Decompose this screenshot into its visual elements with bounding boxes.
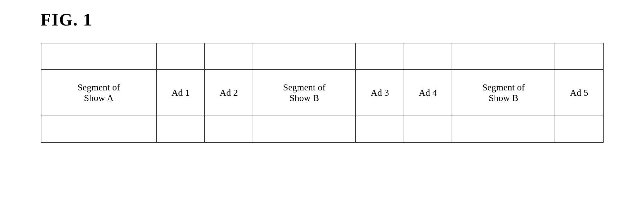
diagram-container: FIG. 1 Segment of Show A Ad [41, 10, 604, 143]
bottom-cell-4 [253, 116, 356, 142]
cell-ad5: Ad 5 [555, 70, 603, 116]
bottom-cell-8 [555, 116, 603, 142]
top-cell-1 [41, 43, 157, 70]
segment-b1-line2: Show B [289, 93, 319, 103]
top-cell-6 [404, 43, 452, 70]
ad2-label: Ad 2 [220, 87, 238, 98]
bottom-cell-5 [356, 116, 404, 142]
segment-b2-line2: Show B [489, 93, 518, 103]
table-row-middle: Segment of Show A Ad 1 Ad 2 Segment of S… [41, 70, 603, 116]
figure-title: FIG. 1 [41, 10, 604, 29]
bottom-cell-6 [404, 116, 452, 142]
bottom-cell-1 [41, 116, 157, 142]
timeline-table: Segment of Show A Ad 1 Ad 2 Segment of S… [41, 43, 604, 143]
ad3-label: Ad 3 [371, 87, 389, 98]
cell-ad3: Ad 3 [356, 70, 404, 116]
bottom-cell-2 [157, 116, 205, 142]
top-cell-7 [452, 43, 555, 70]
table-row-bottom [41, 116, 603, 142]
ad4-label: Ad 4 [419, 87, 437, 98]
bottom-cell-3 [205, 116, 253, 142]
cell-segment-a: Segment of Show A [41, 70, 157, 116]
bottom-cell-7 [452, 116, 555, 142]
top-cell-8 [555, 43, 603, 70]
top-cell-3 [205, 43, 253, 70]
segment-b2-line1: Segment of [482, 82, 524, 92]
ad5-label: Ad 5 [570, 87, 588, 98]
ad1-label: Ad 1 [172, 87, 190, 98]
segment-a-line2: Show A [84, 93, 113, 103]
cell-ad4: Ad 4 [404, 70, 452, 116]
cell-segment-b1: Segment of Show B [253, 70, 356, 116]
cell-ad1: Ad 1 [157, 70, 205, 116]
cell-ad2: Ad 2 [205, 70, 253, 116]
top-cell-4 [253, 43, 356, 70]
top-cell-5 [356, 43, 404, 70]
segment-a-line1: Segment of [77, 82, 120, 92]
segment-b1-line1: Segment of [283, 82, 325, 92]
cell-segment-b2: Segment of Show B [452, 70, 555, 116]
table-row-top [41, 43, 603, 70]
top-cell-2 [157, 43, 205, 70]
